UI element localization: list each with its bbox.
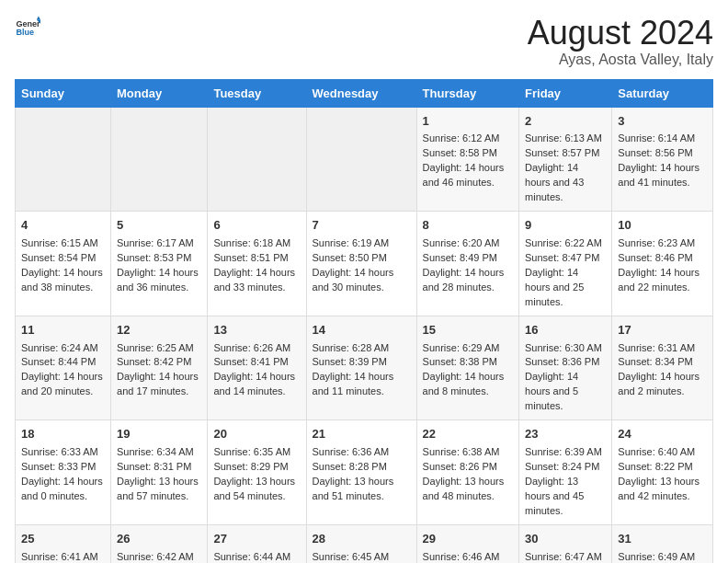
calendar-cell: 9Sunrise: 6:22 AMSunset: 8:47 PMDaylight… <box>519 212 612 316</box>
day-info: Sunrise: 6:22 AM <box>525 236 606 251</box>
day-info: Daylight: 14 hours and 41 minutes. <box>618 161 707 190</box>
svg-text:General: General <box>16 19 40 29</box>
day-info: Sunrise: 6:26 AM <box>213 341 300 356</box>
calendar-cell: 22Sunrise: 6:38 AMSunset: 8:26 PMDayligh… <box>416 420 518 525</box>
col-header-friday: Friday <box>519 79 612 107</box>
calendar-cell <box>16 107 111 212</box>
day-info: Sunrise: 6:45 AM <box>313 550 411 563</box>
day-info: Sunrise: 6:12 AM <box>423 132 513 146</box>
calendar-header-row: SundayMondayTuesdayWednesdayThursdayFrid… <box>16 79 713 107</box>
col-header-monday: Monday <box>111 79 208 107</box>
day-info: Sunset: 8:57 PM <box>525 146 606 161</box>
day-info: Daylight: 13 hours and 57 minutes. <box>117 475 201 504</box>
day-info: Sunset: 8:46 PM <box>618 251 707 266</box>
day-info: Sunset: 8:28 PM <box>313 460 411 475</box>
day-info: Sunrise: 6:49 AM <box>618 550 707 563</box>
day-info: Daylight: 14 hours and 5 minutes. <box>525 370 606 414</box>
calendar-cell: 16Sunrise: 6:30 AMSunset: 8:36 PMDayligh… <box>519 316 612 420</box>
calendar-cell: 31Sunrise: 6:49 AMSunset: 8:10 PMDayligh… <box>612 524 713 563</box>
week-row-5: 25Sunrise: 6:41 AMSunset: 8:20 PMDayligh… <box>16 524 713 563</box>
calendar-cell: 24Sunrise: 6:40 AMSunset: 8:22 PMDayligh… <box>612 420 713 525</box>
day-info: Daylight: 14 hours and 14 minutes. <box>213 370 300 399</box>
day-info: Daylight: 13 hours and 48 minutes. <box>423 475 513 504</box>
day-info: Sunset: 8:36 PM <box>525 355 606 370</box>
day-number: 3 <box>618 113 707 131</box>
calendar-cell <box>208 107 306 212</box>
calendar-cell: 25Sunrise: 6:41 AMSunset: 8:20 PMDayligh… <box>16 524 111 563</box>
calendar-cell: 23Sunrise: 6:39 AMSunset: 8:24 PMDayligh… <box>519 420 612 525</box>
day-info: Sunset: 8:47 PM <box>525 251 606 266</box>
day-info: Sunrise: 6:47 AM <box>525 550 606 563</box>
day-info: Sunrise: 6:23 AM <box>618 236 707 251</box>
col-header-tuesday: Tuesday <box>208 79 306 107</box>
calendar-cell: 10Sunrise: 6:23 AMSunset: 8:46 PMDayligh… <box>612 212 713 316</box>
day-info: Daylight: 14 hours and 38 minutes. <box>21 266 105 295</box>
page-header: General Blue August 2024 Ayas, Aosta Val… <box>15 15 713 68</box>
day-number: 18 <box>21 426 105 443</box>
calendar-cell: 13Sunrise: 6:26 AMSunset: 8:41 PMDayligh… <box>208 316 306 420</box>
calendar-table: SundayMondayTuesdayWednesdayThursdayFrid… <box>15 79 713 563</box>
day-info: Daylight: 14 hours and 17 minutes. <box>117 370 201 399</box>
col-header-thursday: Thursday <box>416 79 518 107</box>
day-info: Sunrise: 6:13 AM <box>525 132 606 146</box>
calendar-cell: 30Sunrise: 6:47 AMSunset: 8:11 PMDayligh… <box>519 524 612 563</box>
calendar-cell: 7Sunrise: 6:19 AMSunset: 8:50 PMDaylight… <box>306 212 416 316</box>
svg-text:Blue: Blue <box>16 28 34 37</box>
day-info: Sunset: 8:42 PM <box>117 355 201 370</box>
calendar-cell: 5Sunrise: 6:17 AMSunset: 8:53 PMDaylight… <box>111 212 208 316</box>
day-info: Sunset: 8:49 PM <box>423 251 513 266</box>
day-number: 11 <box>21 322 105 339</box>
day-number: 12 <box>117 322 201 339</box>
day-number: 13 <box>213 322 300 339</box>
title-area: August 2024 Ayas, Aosta Valley, Italy <box>528 15 713 68</box>
day-info: Daylight: 14 hours and 25 minutes. <box>525 266 606 310</box>
day-number: 22 <box>423 426 513 443</box>
day-number: 27 <box>213 531 300 548</box>
day-info: Sunrise: 6:39 AM <box>525 445 606 460</box>
day-number: 24 <box>618 426 707 443</box>
day-info: Sunrise: 6:30 AM <box>525 341 606 356</box>
day-info: Sunrise: 6:28 AM <box>313 341 411 356</box>
svg-marker-2 <box>37 16 40 19</box>
day-info: Sunset: 8:51 PM <box>213 251 300 266</box>
logo-icon: General Blue <box>15 15 40 40</box>
day-number: 31 <box>618 531 707 548</box>
day-number: 17 <box>618 322 707 339</box>
day-number: 25 <box>21 531 105 548</box>
day-info: Daylight: 14 hours and 46 minutes. <box>423 161 513 190</box>
day-info: Daylight: 13 hours and 51 minutes. <box>313 475 411 504</box>
day-info: Sunrise: 6:20 AM <box>423 236 513 251</box>
calendar-cell: 2Sunrise: 6:13 AMSunset: 8:57 PMDaylight… <box>519 107 612 212</box>
day-info: Sunset: 8:26 PM <box>423 460 513 475</box>
day-info: Daylight: 13 hours and 45 minutes. <box>525 475 606 519</box>
day-info: Sunset: 8:38 PM <box>423 355 513 370</box>
day-info: Sunset: 8:31 PM <box>117 460 201 475</box>
day-info: Daylight: 14 hours and 33 minutes. <box>213 266 300 295</box>
day-info: Sunset: 8:53 PM <box>117 251 201 266</box>
day-info: Daylight: 14 hours and 2 minutes. <box>618 370 707 399</box>
day-info: Sunset: 8:29 PM <box>213 460 300 475</box>
day-number: 7 <box>313 217 411 235</box>
day-info: Sunrise: 6:31 AM <box>618 341 707 356</box>
day-number: 30 <box>525 531 606 548</box>
day-number: 14 <box>313 322 411 339</box>
week-row-2: 4Sunrise: 6:15 AMSunset: 8:54 PMDaylight… <box>16 212 713 316</box>
logo: General Blue <box>15 15 40 40</box>
day-info: Sunrise: 6:29 AM <box>423 341 513 356</box>
day-number: 19 <box>117 426 201 443</box>
day-number: 10 <box>618 217 707 235</box>
calendar-cell: 18Sunrise: 6:33 AMSunset: 8:33 PMDayligh… <box>16 420 111 525</box>
calendar-cell <box>111 107 208 212</box>
page-subtitle: Ayas, Aosta Valley, Italy <box>528 52 713 68</box>
day-info: Sunrise: 6:15 AM <box>21 236 105 251</box>
calendar-cell: 20Sunrise: 6:35 AMSunset: 8:29 PMDayligh… <box>208 420 306 525</box>
day-number: 1 <box>423 113 513 131</box>
day-number: 15 <box>423 322 513 339</box>
day-number: 9 <box>525 217 606 235</box>
day-info: Daylight: 13 hours and 42 minutes. <box>618 475 707 504</box>
day-info: Sunset: 8:34 PM <box>618 355 707 370</box>
col-header-sunday: Sunday <box>16 79 111 107</box>
day-info: Sunrise: 6:44 AM <box>213 550 300 563</box>
calendar-cell: 29Sunrise: 6:46 AMSunset: 8:13 PMDayligh… <box>416 524 518 563</box>
day-info: Sunset: 8:44 PM <box>21 355 105 370</box>
